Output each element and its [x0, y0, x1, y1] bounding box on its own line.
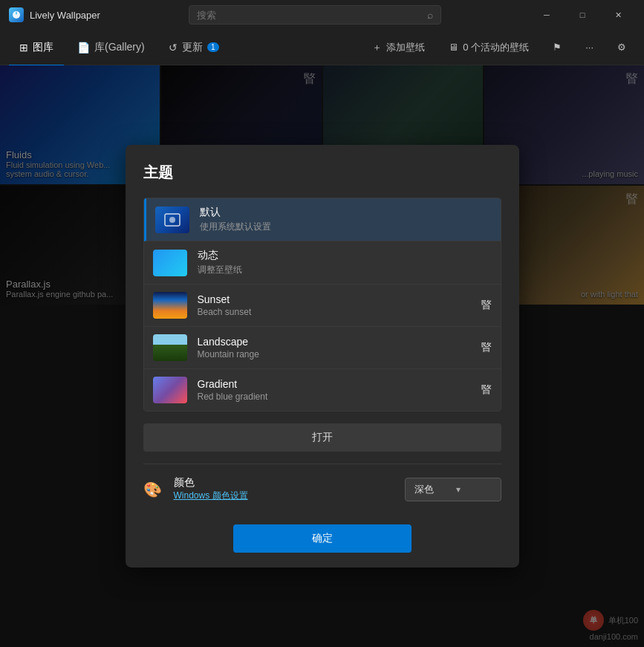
sidebar-item-update[interactable]: ↺ 更新 1	[158, 35, 230, 60]
theme-sub-default: 使用系统默认设置	[200, 221, 492, 233]
search-bar[interactable]: ⌕	[189, 5, 441, 25]
dialog-title: 主题	[143, 163, 501, 183]
active-label: 0 个活动的壁纸	[463, 41, 529, 54]
main-content: Fluids Fluid simulation using Web...syst…	[0, 65, 644, 647]
theme-thumb-dynamic	[153, 250, 187, 276]
theme-thumb-sunset	[153, 292, 187, 319]
theme-name-default: 默认	[200, 206, 492, 219]
theme-item-default[interactable]: 默认 使用系统默认设置	[144, 198, 501, 241]
theme-thumb-gradient	[153, 377, 187, 403]
active-wallpaper-button[interactable]: 🖥 0 个活动的壁纸	[440, 36, 538, 59]
theme-name-dynamic: 动态	[198, 249, 492, 262]
theme-info-sunset: Sunset Beach sunset	[198, 293, 471, 317]
settings-icon: ⚙	[617, 42, 626, 53]
flag-icon: ⚑	[553, 42, 562, 53]
monitor-icon: 🖥	[449, 42, 458, 53]
theme-item-sunset[interactable]: Sunset Beach sunset 睯	[144, 285, 501, 327]
theme-name-landscape: Landscape	[198, 336, 471, 348]
color-settings-link[interactable]: Windows 颜色设置	[174, 490, 393, 502]
theme-name-sunset: Sunset	[198, 293, 471, 305]
theme-sub-gradient: Red blue gradient	[198, 391, 471, 402]
theme-name-gradient: Gradient	[198, 378, 471, 390]
gallery-icon: 📄	[77, 42, 90, 53]
gallery-label: 库(Gallery)	[94, 41, 145, 54]
theme-list: 默认 使用系统默认设置 动态 调整至壁纸	[143, 198, 501, 412]
color-label-group: 颜色 Windows 颜色设置	[174, 476, 393, 502]
search-icon: ⌕	[427, 9, 433, 21]
flag-button[interactable]: ⚑	[544, 37, 570, 57]
add-label: 添加壁纸	[386, 41, 425, 54]
dialog-footer: 确定	[143, 524, 501, 553]
color-label: 颜色	[174, 476, 393, 490]
theme-info-dynamic: 动态 调整至壁纸	[198, 249, 492, 276]
dialog-overlay: 主题 默认 使用系统默认设置	[0, 65, 644, 647]
theme-item-landscape[interactable]: Landscape Mountain range 睯	[144, 327, 501, 369]
update-badge: 1	[207, 42, 219, 52]
theme-thumb-default	[155, 207, 189, 233]
minimize-button[interactable]: ─	[530, 3, 564, 27]
sidebar-item-gallery[interactable]: 📄 库(Gallery)	[67, 35, 155, 60]
sidebar-item-library[interactable]: ⊞ 图库	[9, 35, 64, 60]
nav-right: ＋ 添加壁纸 🖥 0 个活动的壁纸 ⚑ ··· ⚙	[363, 36, 635, 59]
theme-item-dynamic[interactable]: 动态 调整至壁纸	[144, 241, 501, 285]
close-button[interactable]: ✕	[601, 3, 635, 27]
add-wallpaper-button[interactable]: ＋ 添加壁纸	[363, 36, 434, 59]
add-icon: ＋	[372, 41, 382, 54]
theme-info-default: 默认 使用系统默认设置	[200, 206, 492, 233]
svg-point-2	[169, 217, 175, 223]
chevron-down-icon: ▾	[456, 484, 492, 495]
theme-item-gradient[interactable]: Gradient Red blue gradient 睯	[144, 369, 501, 411]
library-label: 图库	[33, 41, 53, 54]
theme-char-gradient: 睯	[481, 383, 492, 397]
theme-dialog: 主题 默认 使用系统默认设置	[126, 145, 519, 568]
update-label: 更新	[182, 41, 203, 54]
color-select[interactable]: 深色 ▾	[405, 478, 501, 501]
theme-char-sunset: 睯	[481, 299, 492, 312]
color-selected-value: 深色	[414, 483, 450, 496]
title-bar: Lively Wallpaper ⌕ ─ □ ✕	[0, 0, 644, 30]
open-button[interactable]: 打开	[143, 423, 501, 452]
maximize-button[interactable]: □	[565, 3, 599, 27]
color-icon: 🎨	[143, 481, 162, 498]
theme-info-landscape: Landscape Mountain range	[198, 336, 471, 360]
theme-char-landscape: 睯	[481, 341, 492, 354]
theme-sub-sunset: Beach sunset	[198, 307, 471, 317]
color-section: 🎨 颜色 Windows 颜色设置 深色 ▾	[143, 464, 501, 510]
nav-bar: ⊞ 图库 📄 库(Gallery) ↺ 更新 1 ＋ 添加壁纸 🖥 0 个活动的…	[0, 30, 644, 65]
theme-info-gradient: Gradient Red blue gradient	[198, 378, 471, 402]
app-title: Lively Wallpaper	[30, 10, 100, 21]
more-icon: ···	[585, 42, 593, 53]
more-button[interactable]: ···	[576, 37, 602, 57]
theme-thumb-landscape	[153, 334, 187, 361]
title-left: Lively Wallpaper	[9, 7, 100, 22]
title-controls: ─ □ ✕	[530, 3, 635, 27]
settings-button[interactable]: ⚙	[608, 37, 635, 57]
update-icon: ↺	[169, 42, 178, 53]
search-input[interactable]	[197, 10, 421, 21]
theme-sub-dynamic: 调整至壁纸	[198, 264, 492, 276]
app-icon	[9, 7, 24, 22]
library-icon: ⊞	[19, 42, 28, 53]
theme-sub-landscape: Mountain range	[198, 349, 471, 360]
confirm-button[interactable]: 确定	[233, 524, 412, 553]
